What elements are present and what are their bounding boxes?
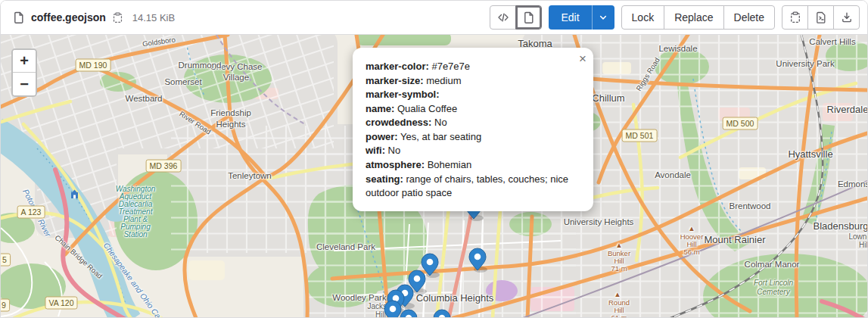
file-code-icon	[815, 11, 827, 23]
popup-property: seating: range of chairs, tables, couche…	[366, 173, 578, 201]
map-marker[interactable]	[434, 310, 452, 318]
feature-popup: × marker-color: #7e7e7emarker-size: medi…	[353, 48, 593, 211]
popup-property: power: Yes, at bar seating	[366, 130, 578, 145]
edit-dropdown-button[interactable]	[592, 5, 614, 30]
popup-property: wifi: No	[366, 144, 578, 158]
popup-properties: marker-color: #7e7e7emarker-size: medium…	[366, 60, 578, 201]
delete-button[interactable]: Delete	[723, 5, 775, 30]
zoom-in-button[interactable]: +	[13, 50, 36, 73]
file-utility-group	[782, 5, 860, 30]
rendered-view-button[interactable]	[515, 5, 542, 30]
source-view-button[interactable]	[490, 5, 516, 30]
file-viewer: coffee.geojson 14.15 KiB	[0, 0, 868, 318]
open-raw-button[interactable]	[807, 5, 834, 30]
view-toggle-group	[490, 5, 542, 30]
zoom-out-button[interactable]: −	[13, 73, 36, 95]
popup-property: crowdedness: No	[366, 116, 578, 130]
lock-button[interactable]: Lock	[621, 5, 665, 30]
download-button[interactable]	[833, 5, 860, 30]
geojson-map[interactable]: TakomaChevy ChaseVillageDrummondSomerset…	[1, 35, 867, 318]
popup-property: marker-size: medium	[366, 74, 578, 89]
code-icon	[497, 11, 509, 23]
copy-path-icon[interactable]	[112, 12, 123, 23]
map-zoom-control: + −	[11, 48, 37, 97]
download-icon	[841, 11, 853, 23]
file-icon	[13, 11, 25, 23]
popup-property: name: Qualia Coffee	[366, 102, 578, 117]
map-marker[interactable]	[469, 248, 487, 273]
popup-close-icon[interactable]: ×	[579, 52, 586, 65]
clipboard-icon	[789, 11, 801, 23]
file-actions: Edit Lock Replace Delete	[490, 5, 860, 30]
file-name: coffee.geojson	[31, 11, 106, 23]
file-header: coffee.geojson 14.15 KiB	[1, 1, 867, 35]
edit-split-button: Edit	[549, 5, 614, 30]
file-ops-group: Lock Replace Delete	[621, 5, 775, 30]
chevron-down-icon	[599, 13, 608, 22]
replace-button[interactable]: Replace	[664, 5, 723, 30]
edit-button[interactable]: Edit	[549, 5, 591, 30]
file-info: coffee.geojson 14.15 KiB	[13, 11, 175, 23]
popup-property: marker-color: #7e7e7e	[366, 60, 578, 74]
file-size: 14.15 KiB	[132, 12, 175, 23]
document-icon	[523, 11, 535, 23]
popup-property: marker-symbol:	[366, 88, 578, 102]
copy-contents-button[interactable]	[782, 5, 808, 30]
popup-property: atmosphere: Bohemian	[366, 158, 578, 173]
